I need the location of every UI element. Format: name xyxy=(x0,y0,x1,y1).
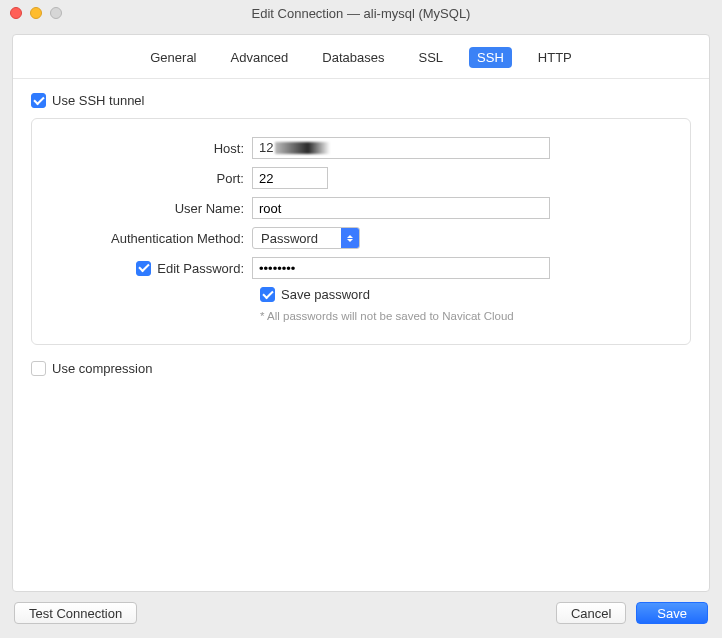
port-label: Port: xyxy=(52,171,252,186)
username-label: User Name: xyxy=(52,201,252,216)
close-icon[interactable] xyxy=(10,7,22,19)
host-input[interactable]: 12 xyxy=(259,140,330,155)
save-button[interactable]: Save xyxy=(636,602,708,624)
auth-method-select[interactable]: Password xyxy=(252,227,360,249)
use-ssh-tunnel-label: Use SSH tunnel xyxy=(52,93,145,108)
window-title: Edit Connection — ali-mysql (MySQL) xyxy=(252,6,471,21)
password-input[interactable] xyxy=(252,257,550,279)
auth-method-label: Authentication Method: xyxy=(52,231,252,246)
use-compression-label: Use compression xyxy=(52,361,152,376)
edit-password-label: Edit Password: xyxy=(157,261,244,276)
tab-general[interactable]: General xyxy=(142,47,204,68)
tab-ssh[interactable]: SSH xyxy=(469,47,512,68)
use-ssh-tunnel-row: Use SSH tunnel xyxy=(31,93,691,108)
footer: Test Connection Cancel Save xyxy=(0,592,722,636)
ssh-content: Use SSH tunnel Host: 12 Port: xyxy=(13,79,709,591)
auth-method-value: Password xyxy=(253,228,341,248)
edit-password-label-wrap: Edit Password: xyxy=(52,261,252,276)
password-note: * All passwords will not be saved to Nav… xyxy=(260,310,670,322)
tab-http[interactable]: HTTP xyxy=(530,47,580,68)
minimize-icon[interactable] xyxy=(30,7,42,19)
zoom-icon xyxy=(50,7,62,19)
cancel-button[interactable]: Cancel xyxy=(556,602,626,624)
save-password-label: Save password xyxy=(281,287,370,302)
edit-password-checkbox[interactable] xyxy=(136,261,151,276)
test-connection-button[interactable]: Test Connection xyxy=(14,602,137,624)
tab-bar: General Advanced Databases SSL SSH HTTP xyxy=(13,35,709,79)
use-compression-checkbox[interactable] xyxy=(31,361,46,376)
port-input[interactable] xyxy=(252,167,328,189)
username-input[interactable] xyxy=(252,197,550,219)
use-compression-row: Use compression xyxy=(31,361,691,376)
save-password-checkbox[interactable] xyxy=(260,287,275,302)
titlebar: Edit Connection — ali-mysql (MySQL) xyxy=(0,0,722,26)
tab-advanced[interactable]: Advanced xyxy=(223,47,297,68)
chevron-up-down-icon xyxy=(341,228,359,248)
ssh-form: Host: 12 Port: User Name: xyxy=(31,118,691,345)
use-ssh-tunnel-checkbox[interactable] xyxy=(31,93,46,108)
redacted-text xyxy=(275,142,330,154)
host-label: Host: xyxy=(52,141,252,156)
window-controls xyxy=(10,7,62,19)
save-password-row: Save password xyxy=(260,287,670,302)
main-panel: General Advanced Databases SSL SSH HTTP … xyxy=(12,34,710,592)
tab-databases[interactable]: Databases xyxy=(314,47,392,68)
tab-ssl[interactable]: SSL xyxy=(410,47,451,68)
